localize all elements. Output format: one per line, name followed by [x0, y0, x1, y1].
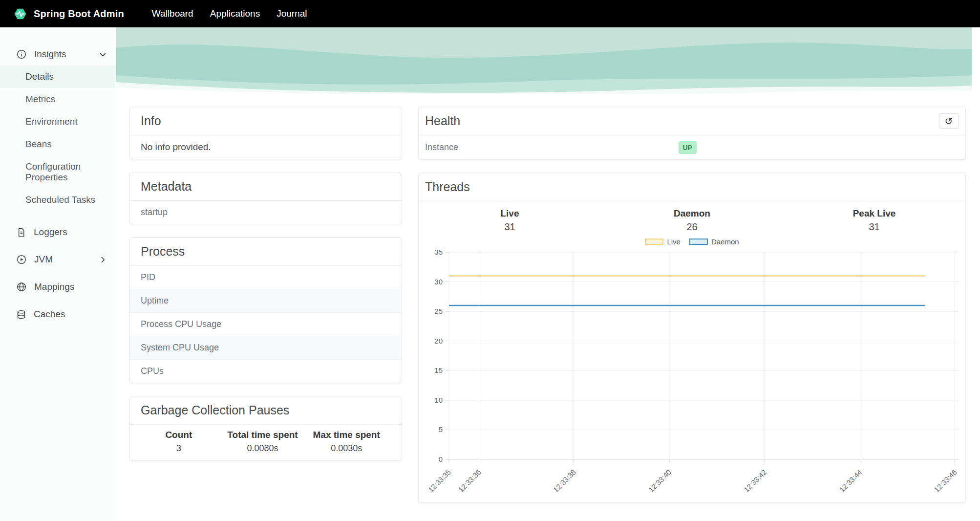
svg-text:20: 20: [434, 337, 443, 345]
gc-max-time-header: Max time spent: [304, 430, 388, 440]
svg-text:12:33:40: 12:33:40: [647, 468, 673, 494]
sidebar-item-label: Configuration Properties: [25, 161, 108, 183]
stat-peak-live-value: 31: [783, 221, 965, 233]
panel-title: Garbage Collection Pauses: [141, 403, 289, 417]
navbar-menu: Wallboard Applications Journal: [144, 8, 316, 19]
stat-live-value: 31: [419, 221, 601, 233]
process-row-pid: PID: [130, 266, 402, 289]
svg-text:12:33:35: 12:33:35: [426, 468, 452, 494]
gc-total-time-header: Total time spent: [221, 430, 305, 440]
process-row-uptime: Uptime: [130, 289, 402, 312]
nav-item-journal[interactable]: Journal: [268, 8, 315, 19]
sidebar-item-mappings[interactable]: Mappings: [0, 276, 116, 298]
panel-title: Metadata: [141, 179, 192, 194]
sidebar-item-configuration-properties[interactable]: Configuration Properties: [0, 155, 116, 189]
navbar: Spring Boot Admin Wallboard Applications…: [0, 0, 980, 27]
legend-swatch: [645, 239, 663, 245]
svg-text:5: 5: [439, 425, 443, 434]
legend-item-daemon[interactable]: Daemon: [689, 238, 739, 246]
svg-text:15: 15: [434, 366, 443, 374]
sidebar-item-jvm[interactable]: JVM: [0, 248, 116, 271]
app-title: Spring Boot Admin: [34, 8, 124, 20]
sidebar-item-details[interactable]: Details: [0, 65, 116, 88]
sidebar-item-environment[interactable]: Environment: [0, 110, 116, 133]
chevron-down-icon: [99, 50, 107, 59]
legend-label: Live: [667, 238, 681, 246]
svg-text:12:33:36: 12:33:36: [456, 468, 482, 494]
sidebar-item-insights[interactable]: Insights: [0, 43, 116, 65]
metadata-panel: Metadata startup: [129, 172, 402, 224]
file-icon: [16, 227, 26, 238]
gc-count-header: Count: [137, 430, 221, 440]
chevron-right-icon: [99, 256, 107, 264]
svg-text:12:33:46: 12:33:46: [932, 468, 958, 494]
gc-count-value: 3: [137, 443, 221, 454]
spring-boot-admin-logo-icon: [13, 6, 28, 22]
panel-title: Threads: [425, 180, 470, 194]
svg-text:12:33:44: 12:33:44: [837, 468, 863, 494]
stat-peak-live-label: Peak Live: [783, 208, 965, 219]
status-badge: UP: [679, 141, 697, 154]
play-circle-icon: [16, 254, 27, 265]
nav-item-applications[interactable]: Applications: [202, 8, 268, 19]
sidebar-item-metrics[interactable]: Metrics: [0, 88, 116, 110]
gc-table: Count 3 Total time spent 0.0080s Max tim…: [137, 430, 388, 454]
svg-text:0: 0: [439, 455, 443, 463]
sidebar-item-beans[interactable]: Beans: [0, 133, 116, 155]
svg-text:30: 30: [434, 278, 443, 286]
legend-swatch: [689, 239, 708, 245]
sidebar-item-label: Insights: [34, 49, 66, 60]
sidebar-item-label: Metrics: [25, 94, 55, 105]
sidebar-item-label: Details: [25, 71, 54, 82]
panel-title: Health: [425, 114, 460, 128]
svg-text:25: 25: [434, 307, 443, 315]
sidebar-item-label: JVM: [34, 254, 53, 265]
sidebar-item-scheduled-tasks[interactable]: Scheduled Tasks: [0, 189, 116, 211]
svg-text:35: 35: [434, 248, 443, 256]
nav-item-wallboard[interactable]: Wallboard: [144, 8, 202, 19]
history-icon: ↺: [945, 116, 953, 126]
sidebar-item-caches[interactable]: Caches: [0, 303, 116, 326]
process-row-system-cpu-usage: System CPU Usage: [130, 336, 402, 359]
threads-panel: Threads Live 31 Daemon 26 Peak Live: [418, 173, 966, 503]
svg-text:12:33:38: 12:33:38: [552, 468, 577, 494]
stat-daemon-value: 26: [601, 221, 783, 233]
process-row-cpus: CPUs: [130, 359, 402, 383]
info-circle-icon: [16, 49, 27, 60]
svg-text:10: 10: [434, 396, 443, 404]
sidebar-item-label: Loggers: [34, 227, 67, 238]
info-empty-message: No info provided.: [130, 135, 402, 159]
chart-legend[interactable]: LiveDaemon: [419, 237, 965, 246]
sidebar: Insights Details Metrics Environment Bea…: [0, 27, 116, 521]
gc-total-time-value: 0.0080s: [221, 443, 305, 454]
gc-max-time-value: 0.0030s: [304, 443, 388, 454]
health-history-button[interactable]: ↺: [939, 113, 959, 129]
sidebar-item-label: Environment: [25, 116, 78, 127]
globe-icon: [16, 282, 27, 292]
sidebar-item-label: Caches: [34, 309, 65, 320]
health-row-instance[interactable]: Instance UP: [419, 135, 965, 159]
threads-chart[interactable]: 0510152025303512:33:3512:33:3612:33:3812…: [419, 246, 965, 502]
health-panel: Health ↺ Instance UP: [418, 107, 966, 160]
sidebar-item-label: Beans: [25, 139, 52, 150]
process-panel: Process PID Uptime Process CPU Usage Sys…: [129, 237, 402, 383]
sidebar-item-label: Scheduled Tasks: [25, 195, 95, 205]
stat-daemon-label: Daemon: [601, 208, 783, 219]
stat-live-label: Live: [419, 208, 601, 219]
legend-label: Daemon: [711, 238, 739, 246]
svg-text:12:33:42: 12:33:42: [742, 468, 768, 494]
wave-banner: [116, 27, 972, 94]
legend-item-live[interactable]: Live: [645, 238, 681, 246]
sidebar-item-loggers[interactable]: Loggers: [0, 221, 116, 243]
brand[interactable]: Spring Boot Admin: [13, 6, 124, 22]
health-row-label: Instance: [425, 142, 458, 152]
sidebar-item-label: Mappings: [34, 282, 74, 292]
process-row-process-cpu-usage: Process CPU Usage: [130, 312, 402, 336]
metadata-row: startup: [130, 201, 402, 224]
panel-title: Info: [141, 114, 161, 128]
database-icon: [16, 309, 26, 320]
info-panel: Info No info provided.: [129, 107, 402, 159]
thread-stats: Live 31 Daemon 26 Peak Live 31: [419, 201, 965, 233]
gc-pauses-panel: Garbage Collection Pauses Count 3 Total …: [129, 396, 402, 461]
panel-title: Process: [141, 244, 185, 259]
